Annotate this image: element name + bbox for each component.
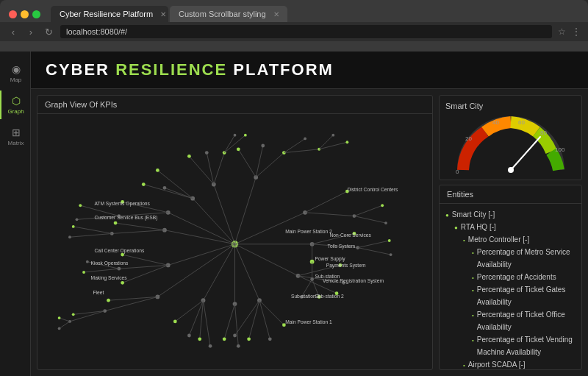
svg-line-87 <box>200 300 204 339</box>
svg-point-56 <box>390 253 392 256</box>
forward-button[interactable]: › <box>25 26 37 38</box>
svg-point-20 <box>244 134 247 137</box>
svg-text:80: 80 <box>540 130 547 136</box>
svg-text:60: 60 <box>518 119 525 126</box>
svg-line-3 <box>157 170 193 198</box>
svg-line-123 <box>157 244 234 297</box>
list-item: ● Smart City [-] <box>445 208 576 221</box>
svg-line-27 <box>256 153 284 177</box>
svg-text:ATM Systems Operations: ATM Systems Operations <box>94 201 150 207</box>
svg-line-73 <box>235 300 259 336</box>
svg-point-14 <box>205 151 209 155</box>
svg-line-55 <box>358 248 391 255</box>
svg-text:Call Center Operations: Call Center Operations <box>94 248 145 254</box>
sidebar-item-matrix[interactable]: ⊞ Matrix <box>0 122 30 151</box>
main-content: CYBER RESILIENCE PLATFORM Graph View Of … <box>31 52 588 376</box>
tab-label: Cyber Resilience Platform <box>60 10 153 18</box>
svg-line-35 <box>319 142 347 149</box>
content-area: Graph View Of KPIs <box>31 89 588 376</box>
svg-line-53 <box>358 241 390 248</box>
svg-line-33 <box>319 135 333 149</box>
entity-label: Airport SCADA [-] <box>468 358 526 369</box>
svg-point-100 <box>86 260 89 263</box>
svg-point-94 <box>121 253 124 257</box>
svg-line-45 <box>354 216 386 224</box>
svg-point-72 <box>247 337 251 341</box>
svg-line-79 <box>235 304 239 346</box>
svg-point-24 <box>237 147 240 151</box>
list-item: • Percentage of Ticket Vending Machine A… <box>472 333 576 358</box>
sidebar-label-graph: Graph <box>7 108 24 115</box>
svg-point-163 <box>508 167 514 173</box>
back-button[interactable]: ‹ <box>7 26 19 38</box>
svg-line-69 <box>259 300 270 339</box>
tab-cyber-resilience[interactable]: Cyber Resilience Platform ✕ <box>51 6 168 22</box>
svg-point-110 <box>72 225 75 228</box>
svg-line-7 <box>143 185 193 199</box>
svg-line-89 <box>204 300 211 346</box>
sidebar-label-matrix: Matrix <box>8 140 24 146</box>
bullet-icon: • <box>472 248 474 258</box>
app-title: CYBER RESILIENCE PLATFORM <box>46 60 573 79</box>
title-part2: PLATFORM <box>227 60 334 79</box>
svg-line-133 <box>60 318 70 322</box>
svg-point-30 <box>304 138 306 141</box>
bullet-icon: • <box>472 336 474 346</box>
svg-text:Payments System: Payments System <box>326 263 366 269</box>
svg-line-41 <box>305 213 354 216</box>
svg-point-112 <box>68 235 71 238</box>
refresh-button[interactable]: ↻ <box>43 26 54 38</box>
graph-canvas[interactable]: Power Supply Sub-station Sub-station 2 S… <box>37 114 432 367</box>
svg-point-98 <box>121 281 124 285</box>
address-input[interactable] <box>60 25 552 38</box>
tab-close-icon[interactable]: ✕ <box>273 10 279 18</box>
svg-point-80 <box>237 344 240 348</box>
traffic-lights <box>9 10 40 18</box>
bullet-icon: • <box>463 235 465 246</box>
svg-point-90 <box>209 344 212 348</box>
close-button[interactable] <box>9 10 17 18</box>
menu-icon[interactable]: ⋮ <box>572 26 581 37</box>
svg-line-39 <box>305 191 347 213</box>
list-item: ● RTA HQ [-] <box>454 221 576 233</box>
svg-point-34 <box>331 134 334 137</box>
svg-line-11 <box>189 156 213 184</box>
entity-label: Metro Controller [-] <box>468 233 529 246</box>
graph-panel: Graph View Of KPIs <box>37 95 433 370</box>
list-item: • Airport SCADA [-] <box>463 358 576 369</box>
entity-label: Percentage of Accidents <box>477 271 556 283</box>
bullet-icon: ● <box>445 210 449 221</box>
tab-scrollbar[interactable]: Custom Scrollbar styling ✕ <box>170 6 287 22</box>
entity-label: Percentage of Ticket Vending Machine Ava… <box>477 333 576 358</box>
svg-text:0: 0 <box>456 169 459 175</box>
maximize-button[interactable] <box>32 10 40 18</box>
svg-line-37 <box>235 213 306 244</box>
svg-line-19 <box>224 135 245 153</box>
svg-line-71 <box>249 300 259 339</box>
sidebar-item-graph[interactable]: ⬡ Graph <box>0 91 30 119</box>
svg-line-109 <box>74 227 112 234</box>
svg-line-31 <box>284 149 319 153</box>
svg-text:Power Supply: Power Supply <box>315 256 345 262</box>
browser-chrome: Cyber Resilience Platform ✕ Custom Scrol… <box>0 0 588 52</box>
app-header: CYBER RESILIENCE PLATFORM <box>31 52 588 89</box>
entities-list[interactable]: ● Smart City [-] ● RTA HQ [-] • Metro Co… <box>440 204 581 369</box>
sidebar-item-map[interactable]: ◉ Map <box>0 59 30 88</box>
matrix-icon: ⊞ <box>12 127 21 138</box>
svg-text:Vehicle Registration System: Vehicle Registration System <box>323 278 384 284</box>
sidebar-label-map: Map <box>10 77 22 83</box>
minimize-button[interactable] <box>21 10 29 18</box>
svg-line-15 <box>214 153 224 185</box>
list-item: • Metro Controller [-] <box>463 233 576 246</box>
tabs-row: Cyber Resilience Platform ✕ Custom Scrol… <box>51 6 579 22</box>
svg-text:District Control Centers: District Control Centers <box>347 187 398 192</box>
entity-label: Percentage of Metro Service Availability <box>477 246 576 271</box>
app-container: ◉ Map ⬡ Graph ⊞ Matrix CYBER RESILIENCE … <box>0 52 588 376</box>
list-item: • Percentage of Ticket Office Availabili… <box>472 308 576 333</box>
svg-point-84 <box>173 320 177 324</box>
tab-close-icon[interactable]: ✕ <box>160 10 166 18</box>
title-part1: CYBER <box>46 60 115 79</box>
bookmark-icon[interactable]: ☆ <box>558 26 566 37</box>
svg-point-12 <box>187 155 191 158</box>
svg-line-103 <box>165 230 235 244</box>
